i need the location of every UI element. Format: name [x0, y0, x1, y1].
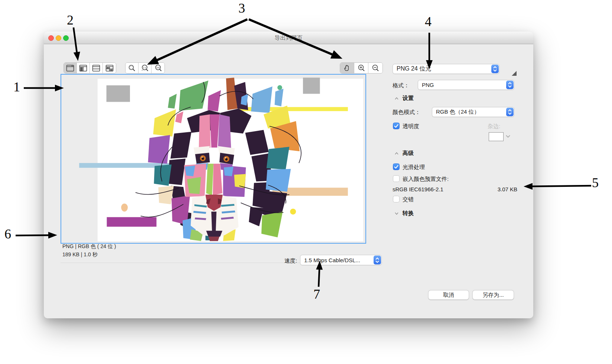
preset-dropdown-value: PNG 24 位元	[393, 65, 491, 73]
transparency-checkbox[interactable]	[393, 123, 400, 129]
annotation-number-6: 6	[4, 227, 11, 241]
color-mode-dropdown[interactable]: RGB 色（24 位）	[432, 107, 514, 117]
format-dropdown-stepper-icon	[506, 81, 514, 89]
color-profile-name: sRGB IEC61966-2.1	[393, 186, 443, 192]
antialias-checkbox[interactable]	[393, 163, 400, 170]
matte-label: 杂边:	[488, 123, 500, 130]
pan-zoom-segmented-control	[340, 62, 383, 74]
format-dropdown-value: PNG	[418, 82, 506, 88]
color-mode-label: 颜色模式：	[393, 109, 420, 116]
embed-color-profile-checkbox[interactable]	[393, 175, 400, 182]
dual-horizontal-preview-button[interactable]	[90, 63, 103, 73]
advanced-section-title: 高级	[403, 150, 414, 157]
check-icon	[394, 164, 399, 169]
transform-section-title: 转换	[403, 210, 414, 217]
chevron-up-icon	[394, 97, 399, 100]
interlace-label: 交错	[403, 196, 414, 203]
resize-grip-icon[interactable]	[512, 71, 517, 76]
settings-section-header[interactable]: 设置	[394, 95, 414, 102]
annotation-number-5: 5	[592, 176, 599, 189]
zoom-1to1-icon: 1:1	[141, 64, 149, 72]
svg-text:1:1: 1:1	[143, 66, 146, 69]
cancel-button[interactable]: 取消	[428, 290, 469, 300]
matte-chevron-down-icon	[505, 134, 511, 138]
single-preview-button[interactable]	[64, 63, 77, 73]
preview-layout-segmented-control	[64, 62, 116, 74]
speed-dropdown-value: 1.5 Mbps Cable/DSL...	[300, 257, 373, 263]
pan-tool-button[interactable]	[340, 63, 354, 73]
image-preview-pane[interactable]	[61, 74, 366, 244]
speed-label: 速度:	[252, 257, 297, 264]
color-mode-dropdown-stepper-icon	[506, 108, 514, 116]
color-profile-size: 3.07 KB	[471, 186, 517, 192]
speed-dropdown[interactable]: 1.5 Mbps Cable/DSL...	[300, 255, 382, 265]
zoom-100-button[interactable]: 100	[152, 63, 165, 73]
transform-section-header[interactable]: 转换	[394, 210, 414, 217]
zoom-out-icon	[371, 64, 380, 72]
annotation-number-1: 1	[13, 80, 20, 94]
two-horizontal-panes-icon	[92, 65, 100, 72]
format-label: 格式：	[393, 82, 409, 89]
zoom-to-fit-icon	[128, 64, 136, 72]
preset-dropdown[interactable]: PNG 24 位元	[393, 64, 499, 74]
zoom-tools-segmented-control: 1:1 100	[125, 62, 165, 74]
zoom-100-icon: 100	[154, 64, 162, 72]
preset-dropdown-stepper-icon	[491, 65, 499, 73]
preview-format-status: PNG | RGB 色 ( 24 位 )	[62, 243, 116, 250]
format-dropdown[interactable]: PNG	[418, 80, 514, 90]
advanced-section-header[interactable]: 高级	[394, 150, 414, 157]
preview-size-status: 189 KB | 1.0 秒	[62, 251, 98, 258]
annotation-number-4: 4	[425, 15, 432, 28]
export-to-web-dialog: 导出到网页	[44, 32, 533, 318]
zoom-out-button[interactable]	[368, 63, 382, 73]
save-as-button[interactable]: 另存为...	[472, 290, 514, 300]
annotation-number-2: 2	[67, 13, 74, 27]
antialias-label: 光滑处理	[403, 164, 425, 171]
check-icon	[394, 123, 399, 129]
annotation-number-3: 3	[238, 1, 245, 15]
color-mode-dropdown-value: RGB 色（24 位）	[432, 108, 506, 116]
four-panes-icon	[105, 65, 114, 72]
interlace-checkbox[interactable]	[393, 196, 400, 202]
zoom-to-fit-button[interactable]	[126, 63, 139, 73]
zoom-1to1-button[interactable]: 1:1	[139, 63, 152, 73]
quad-preview-button[interactable]	[103, 63, 116, 73]
dual-vertical-preview-button[interactable]	[77, 63, 90, 73]
zoom-in-button[interactable]	[354, 63, 368, 73]
single-pane-icon	[66, 65, 74, 72]
title-bar[interactable]: 导出到网页	[44, 32, 533, 44]
window-title: 导出到网页	[44, 35, 533, 42]
zoom-in-icon	[357, 64, 365, 72]
chevron-down-icon	[394, 212, 399, 215]
transparency-label: 透明度	[403, 123, 419, 130]
embed-color-profile-label: 嵌入颜色预置文件:	[403, 176, 449, 183]
matte-color-swatch	[489, 132, 504, 141]
chevron-up-icon	[394, 152, 399, 155]
svg-text:100: 100	[156, 66, 159, 69]
speed-dropdown-stepper-icon	[374, 256, 381, 264]
lion-artwork-image	[61, 75, 364, 241]
two-vertical-panes-icon	[79, 65, 87, 72]
settings-section-title: 设置	[403, 95, 414, 102]
hand-pan-icon	[343, 64, 351, 72]
